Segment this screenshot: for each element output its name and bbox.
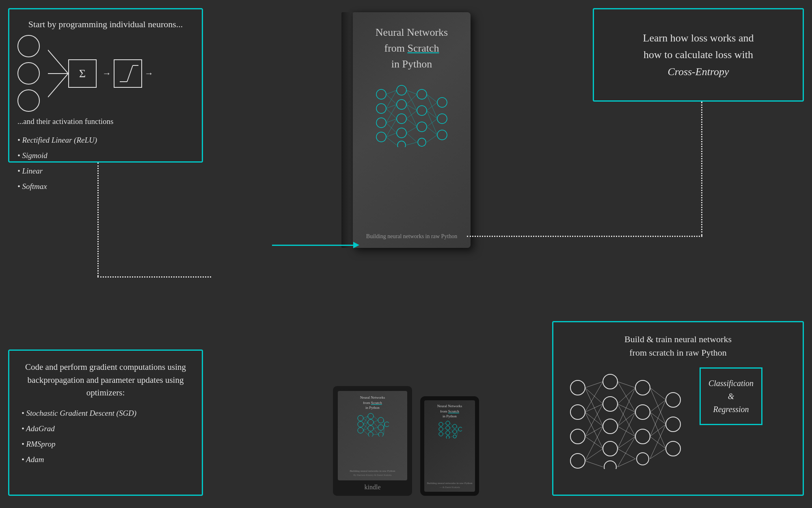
devices-container: Neural Networksfrom Scratchin Python (333, 386, 479, 496)
svg-line-147 (450, 428, 453, 432)
phone-screen: Neural Networksfrom Scratchin Python (424, 400, 475, 492)
svg-point-136 (446, 431, 450, 435)
svg-line-44 (618, 436, 635, 449)
loss-line3: Cross-Entropy (643, 63, 754, 80)
activation-box (114, 59, 142, 88)
svg-point-63 (397, 100, 406, 109)
arrow-head (353, 242, 359, 248)
svg-point-104 (358, 421, 363, 427)
arrow-line-h (272, 245, 353, 246)
svg-point-112 (378, 432, 383, 436)
gradient-title: Code and perform gradient computations u… (22, 361, 190, 399)
svg-point-20 (666, 417, 680, 432)
svg-line-122 (374, 416, 378, 420)
svg-line-145 (450, 423, 453, 426)
svg-line-22 (585, 382, 603, 388)
svg-point-113 (384, 422, 389, 427)
svg-line-80 (386, 119, 397, 123)
phone-device: Neural Networksfrom Scratchin Python (420, 396, 479, 496)
svg-point-138 (453, 424, 457, 428)
svg-point-132 (439, 427, 443, 431)
svg-line-87 (406, 94, 417, 104)
svg-line-121 (363, 430, 368, 434)
optimizer-item-4: Adam (22, 452, 190, 467)
optimizer-list: Stochastic Gradient Descent (SGD) AdaGra… (22, 406, 190, 467)
svg-line-48 (650, 388, 666, 400)
svg-point-59 (376, 104, 386, 113)
svg-line-31 (585, 436, 603, 449)
svg-point-8 (570, 429, 585, 444)
phone-subtitle: Building neural networks in raw Python (427, 482, 472, 485)
optimizer-item-1: Stochastic Gradient Descent (SGD) (22, 406, 190, 421)
svg-line-82 (386, 119, 397, 137)
svg-line-92 (406, 127, 417, 133)
activation-svg (116, 61, 140, 86)
svg-point-60 (376, 118, 386, 128)
svg-point-133 (439, 432, 443, 436)
loss-box: Learn how loss works and how to calculat… (593, 8, 804, 102)
svg-line-94 (406, 142, 417, 145)
neuron-circles (17, 35, 40, 112)
svg-line-46 (618, 436, 635, 467)
svg-point-107 (368, 419, 374, 425)
svg-line-79 (386, 104, 397, 123)
svg-point-139 (453, 430, 457, 434)
svg-line-102 (427, 135, 437, 142)
svg-point-131 (439, 422, 443, 426)
activation-item-1: Rectified Linear (ReLU) (17, 132, 194, 148)
svg-line-38 (618, 404, 635, 412)
svg-line-144 (443, 433, 446, 434)
svg-line-35 (618, 382, 635, 388)
book-title-line1: Neural Networks (376, 26, 448, 38)
loss-line2: how to calculate loss with (643, 46, 754, 63)
svg-point-134 (446, 421, 450, 425)
activation-subtitle: ...and their activation functions (17, 116, 194, 128)
svg-point-140 (453, 435, 456, 438)
svg-point-9 (570, 454, 585, 468)
optimizer-item-3: RMSprop (22, 436, 190, 452)
svg-line-91 (406, 119, 417, 127)
svg-point-71 (437, 98, 447, 107)
svg-point-64 (397, 114, 406, 124)
book-nn-svg (371, 82, 452, 147)
svg-point-108 (368, 426, 374, 431)
svg-line-34 (585, 461, 603, 467)
svg-line-128 (384, 420, 384, 424)
kindle-device: Neural Networksfrom Scratchin Python (333, 386, 412, 496)
svg-line-74 (386, 90, 397, 94)
svg-point-69 (417, 122, 427, 132)
svg-line-26 (585, 404, 603, 412)
svg-point-141 (458, 427, 462, 431)
train-box: Build & train neural networks from scrat… (552, 321, 804, 496)
svg-point-62 (397, 85, 406, 95)
svg-point-111 (378, 425, 384, 430)
neurons-box: Start by programming individual neurons.… (8, 8, 203, 163)
svg-line-53 (650, 400, 666, 436)
svg-point-12 (603, 419, 618, 434)
svg-line-83 (386, 133, 397, 137)
phone-authors: — & Daniel Kukieła (439, 486, 460, 488)
connector-h-bottom-left (97, 276, 211, 278)
svg-point-135 (446, 426, 450, 430)
svg-line-146 (450, 426, 453, 428)
svg-point-109 (368, 432, 373, 436)
svg-point-13 (603, 441, 618, 456)
connector-v-right (701, 102, 702, 236)
train-title-text: Build & train neural networks from scrat… (624, 334, 732, 358)
sigma-box: Σ (68, 59, 97, 88)
svg-line-124 (374, 422, 378, 428)
svg-point-14 (604, 461, 616, 469)
activation-item-2: Sigmoid (17, 148, 194, 163)
svg-line-50 (650, 400, 666, 412)
svg-point-68 (417, 106, 427, 115)
neuron-diagram: Σ → → (17, 35, 194, 112)
svg-point-110 (378, 417, 384, 423)
book-spine (341, 12, 353, 248)
neuron-circle-2 (17, 62, 40, 85)
book-subtitle: Building neural networks in raw Python (366, 233, 457, 240)
activation-list: Rectified Linear (ReLU) Sigmoid Linear S… (17, 132, 194, 194)
book-title-line4: in Python (391, 58, 432, 70)
svg-point-7 (570, 405, 585, 419)
svg-point-6 (570, 380, 585, 395)
svg-point-137 (446, 436, 449, 439)
